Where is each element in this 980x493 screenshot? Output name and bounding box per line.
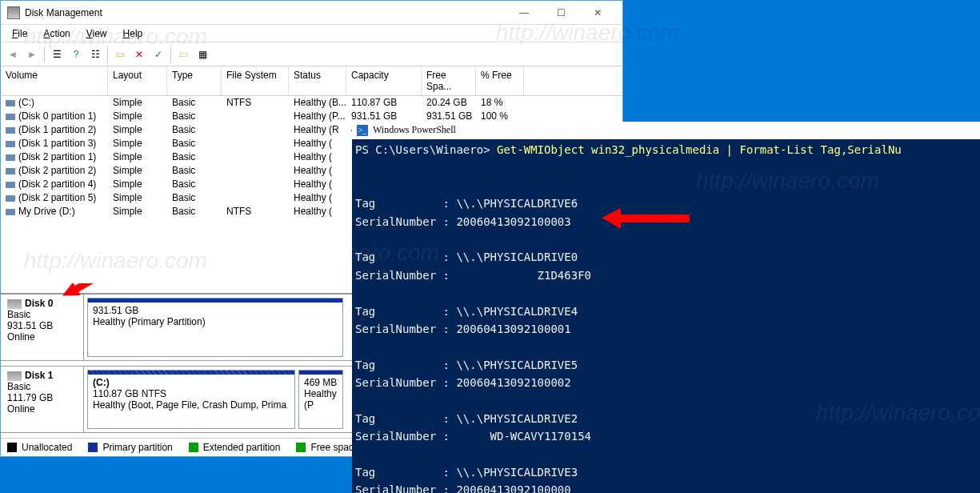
legend-free-swatch	[296, 443, 306, 452]
toolbar: ◄ ► ☰ ? ☷ ▭ ✕ ✓ ▭ ▦	[1, 42, 622, 66]
ps-prompt: PS C:\Users\Winaero>	[355, 143, 490, 156]
powershell-icon: >_	[357, 125, 368, 136]
legend-primary: Primary partition	[102, 442, 172, 453]
back-button[interactable]: ◄	[4, 46, 22, 63]
partition[interactable]: 931.51 GBHealthy (Primary Partition)	[87, 298, 343, 357]
col-type[interactable]: Type	[167, 66, 222, 95]
ps-console[interactable]: PS C:\Users\Winaero> Get-WMIObject win32…	[352, 139, 980, 493]
properties-icon[interactable]: ▦	[194, 46, 211, 63]
list-icon[interactable]: ☰	[48, 46, 66, 63]
col-capacity[interactable]: Capacity	[346, 66, 422, 95]
menu-view[interactable]: View	[80, 26, 114, 41]
folder-icon[interactable]: ▭	[174, 46, 192, 63]
delete-icon[interactable]: ✕	[130, 46, 148, 63]
partition[interactable]: (C:)110.87 GB NTFSHealthy (Boot, Page Fi…	[87, 370, 295, 429]
ps-title-bar[interactable]: >_ Windows PowerShell	[352, 122, 980, 139]
menu-bar: FFileile Action View Help	[1, 25, 622, 42]
col-layout[interactable]: Layout	[108, 66, 167, 95]
close-button[interactable]: ✕	[579, 1, 616, 25]
col-pfree[interactable]: % Free	[476, 66, 524, 95]
table-row[interactable]: (C:)SimpleBasicNTFSHealthy (B...110.87 G…	[1, 96, 622, 110]
menu-help[interactable]: Help	[117, 26, 150, 41]
forward-button[interactable]: ►	[23, 46, 41, 63]
legend-extended: Extended partition	[203, 442, 281, 453]
action-icon[interactable]: ▭	[111, 46, 129, 63]
col-status[interactable]: Status	[289, 66, 346, 95]
minimize-button[interactable]: —	[506, 1, 542, 25]
help-icon[interactable]: ?	[67, 46, 85, 63]
app-icon	[7, 6, 20, 19]
window-title: Disk Management	[25, 7, 506, 18]
desktop-background	[623, 0, 980, 122]
col-filesystem[interactable]: File System	[222, 66, 289, 95]
maximize-button[interactable]: ☐	[542, 1, 579, 25]
col-volume[interactable]: Volume	[1, 66, 108, 95]
legend-unalloc: Unallocated	[22, 442, 72, 453]
legend-unalloc-swatch	[7, 443, 17, 452]
ps-title: Windows PowerShell	[373, 122, 456, 138]
title-bar[interactable]: Disk Management — ☐ ✕	[1, 1, 622, 25]
col-free[interactable]: Free Spa...	[422, 66, 476, 95]
legend-extended-swatch	[189, 443, 198, 452]
ps-command: Get-WMIObject win32_physicalmedia | Form…	[497, 143, 902, 156]
partition[interactable]: 469 MBHealthy (P	[298, 370, 343, 429]
refresh-icon[interactable]: ☷	[86, 46, 104, 63]
menu-action[interactable]: Action	[37, 26, 76, 41]
table-header-row: Volume Layout Type File System Status Ca…	[1, 66, 622, 96]
powershell-window: >_ Windows PowerShell PS C:\Users\Winaer…	[352, 122, 980, 493]
legend-primary-swatch	[88, 443, 98, 452]
menu-file[interactable]: FFileile	[6, 26, 34, 41]
check-icon[interactable]: ✓	[150, 46, 167, 63]
